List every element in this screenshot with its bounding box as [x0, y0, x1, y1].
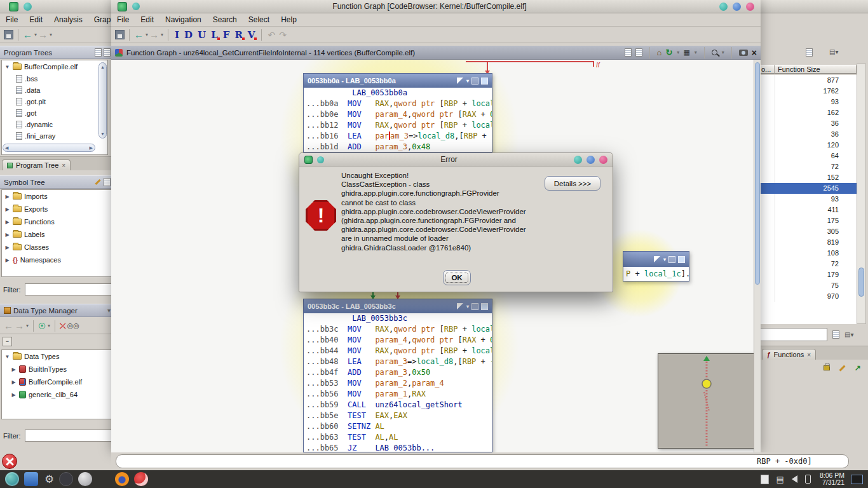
- help-red-icon[interactable]: [2, 454, 17, 469]
- asm-line[interactable]: ...bb5e TEST EAX,EAX: [306, 410, 492, 421]
- asm-line[interactable]: LAB_0053bb3c: [306, 313, 492, 324]
- scrollbar-thumb[interactable]: [755, 62, 760, 285]
- tree-item-dynamic[interactable]: .dynamic: [2, 119, 107, 130]
- cursor-tool-f[interactable]: F: [221, 29, 232, 41]
- expand-icon[interactable]: ▶: [11, 392, 17, 398]
- clipboard-icon[interactable]: [832, 330, 839, 339]
- snapshot-camera-icon[interactable]: [739, 50, 748, 56]
- table-options-icon[interactable]: ▤▾: [829, 48, 838, 57]
- menu-file[interactable]: File: [111, 15, 135, 24]
- asm-line[interactable]: ...bb48 LEA param_3=>local_d8,[RBP + -..…: [306, 356, 492, 367]
- organize-icon[interactable]: ⦿: [38, 322, 46, 330]
- globe-icon[interactable]: [5, 472, 19, 486]
- keyboard-tray-icon[interactable]: ▤: [776, 475, 784, 484]
- back-icon[interactable]: ←: [23, 30, 32, 39]
- save-icon[interactable]: [115, 30, 125, 39]
- binoculars-icon[interactable]: ◎◎: [67, 322, 79, 330]
- forward-dropdown-icon[interactable]: ▾: [50, 32, 52, 37]
- collapse-icon[interactable]: ▼: [4, 64, 10, 70]
- dropdown-icon[interactable]: ▾: [722, 50, 724, 55]
- symbol-exports[interactable]: ▶Exports: [2, 203, 112, 215]
- details-button[interactable]: Details >>>: [545, 176, 600, 191]
- background-color-icon[interactable]: [668, 256, 675, 263]
- asm-line[interactable]: ...bb40 MOV param_4,qword ptr [RAX + 0..…: [306, 335, 492, 346]
- col-header-name[interactable]: o...: [760, 65, 775, 74]
- function-row[interactable]: 1762: [761, 86, 857, 97]
- back-icon[interactable]: ←: [134, 30, 144, 39]
- maximize-button[interactable]: [587, 156, 595, 164]
- menu-select[interactable]: Select: [243, 15, 275, 24]
- dropdown-icon[interactable]: ▾: [677, 50, 679, 55]
- collapse-icon[interactable]: ▼: [4, 354, 10, 360]
- tab-functions[interactable]: ƒ Functions ×: [762, 349, 816, 360]
- symbol-namespaces[interactable]: ▶{}Namespaces: [2, 254, 112, 266]
- dropdown-icon[interactable]: ▾: [466, 304, 469, 309]
- firefox-icon[interactable]: [115, 472, 129, 486]
- graph-block-0053bb0a[interactable]: 0053bb0a - LAB_0053bb0a ▾ LAB_0053bb0a..…: [303, 73, 492, 152]
- dtm-back-icon[interactable]: ←: [4, 321, 13, 330]
- expand-icon[interactable]: ▶: [11, 379, 17, 385]
- goto-icon[interactable]: ↗: [855, 363, 861, 372]
- function-row[interactable]: 175: [761, 215, 857, 226]
- asm-line[interactable]: ...bb0a MOV RAX,qword ptr [RBP + local..…: [306, 98, 492, 109]
- cursor-tool-r[interactable]: R: [233, 29, 244, 41]
- function-row[interactable]: 72: [761, 259, 857, 269]
- app-circle-icon[interactable]: [78, 472, 92, 486]
- function-row[interactable]: 72: [761, 161, 857, 172]
- window-button[interactable]: [317, 156, 324, 163]
- function-row[interactable]: 152: [761, 172, 857, 183]
- back-dropdown-icon[interactable]: ▾: [146, 32, 148, 37]
- minimize-button[interactable]: [719, 3, 728, 11]
- magnifier-icon[interactable]: [712, 50, 717, 55]
- expand-icon[interactable]: ▶: [4, 232, 10, 238]
- ok-button[interactable]: OK: [443, 270, 471, 285]
- ghidra-window-icon[interactable]: [9, 2, 18, 11]
- expand-icon[interactable]: ▶: [4, 245, 10, 250]
- collapse-all-button[interactable]: −: [3, 337, 12, 346]
- asm-line[interactable]: ...bb53 MOV param_2,param_4: [306, 378, 492, 389]
- gear-icon[interactable]: ⚙: [44, 473, 54, 486]
- expand-icon[interactable]: ▶: [4, 194, 10, 200]
- dtm-root[interactable]: ▼Data Types: [2, 350, 112, 363]
- maximize-block-icon[interactable]: [481, 303, 488, 310]
- forward-icon[interactable]: →: [149, 30, 159, 39]
- graph-vscrollbar[interactable]: [754, 60, 761, 452]
- graph-block-fragment[interactable]: ▾ P + local_1c]...: [623, 251, 689, 281]
- forward-dropdown-icon[interactable]: ▾: [161, 32, 163, 37]
- maximize-block-icon[interactable]: [481, 78, 488, 85]
- undo-icon[interactable]: ↶: [266, 30, 276, 40]
- asm-line[interactable]: ...bb1d ADD param_3,0x48: [306, 142, 492, 152]
- function-row[interactable]: 162: [761, 107, 857, 118]
- expand-icon[interactable]: ▶: [4, 207, 10, 212]
- function-row[interactable]: 108: [761, 248, 857, 259]
- main-titlebar[interactable]: Function Graph [CodeBrowser: Kernel:/Buf…: [111, 0, 761, 13]
- cursor-tool-v[interactable]: V: [246, 29, 257, 41]
- dropdown-icon[interactable]: ▾: [26, 323, 29, 329]
- asm-line[interactable]: P + local_1c]...: [626, 267, 689, 281]
- pencil-icon[interactable]: [95, 179, 100, 185]
- layout-icon[interactable]: ▦: [683, 48, 689, 57]
- minimize-button[interactable]: [574, 156, 582, 164]
- block-code[interactable]: P + local_1c]...: [623, 267, 689, 281]
- dropdown-icon[interactable]: ▾: [466, 78, 469, 84]
- redo-icon[interactable]: ↷: [278, 30, 288, 40]
- function-graph-header[interactable]: Function Graph - unz64local_GetCurrentFi…: [111, 46, 761, 60]
- column-config-icon[interactable]: ▤▾: [844, 331, 853, 338]
- expand-icon[interactable]: ▶: [11, 367, 17, 372]
- function-row[interactable]: 2545: [761, 183, 857, 194]
- symbol-functions[interactable]: ▶Functions: [2, 215, 112, 228]
- cursor-tool-i[interactable]: I: [173, 29, 181, 41]
- block-header[interactable]: 0053bb3c - LAB_0053bb3c ▾: [304, 299, 492, 313]
- workspace-switcher[interactable]: [851, 475, 863, 484]
- asm-line[interactable]: ...bb4f ADD param_3,0x50: [306, 367, 492, 378]
- files-icon[interactable]: [24, 472, 38, 486]
- functions-filter-input[interactable]: [760, 328, 827, 341]
- symbol-classes[interactable]: ▶Classes: [2, 241, 112, 254]
- save-icon[interactable]: [4, 30, 13, 39]
- error-dialog[interactable]: Error ! Uncaught Exception! ClassCastExc…: [299, 152, 613, 292]
- asm-line[interactable]: ...bb12 MOV RAX,qword ptr [RBP + local..…: [306, 120, 492, 131]
- function-row[interactable]: 179: [761, 269, 857, 280]
- function-row[interactable]: 75: [761, 280, 857, 291]
- symbol-labels[interactable]: ▶Labels: [2, 228, 112, 241]
- asm-line[interactable]: ...bb56 MOV param_1,RAX: [306, 389, 492, 400]
